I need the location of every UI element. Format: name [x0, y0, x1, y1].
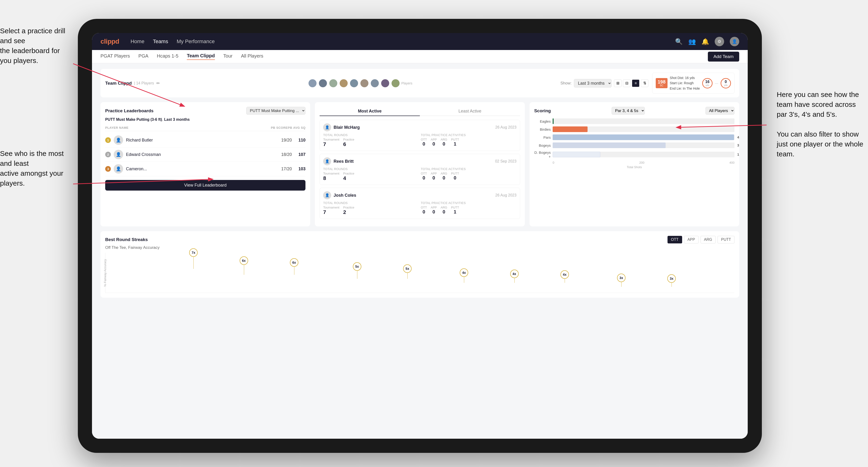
- view-full-leaderboard-button[interactable]: View Full Leaderboard: [105, 180, 305, 191]
- rounds-label-1: Total Rounds: [323, 133, 419, 137]
- pac-rounds-3: Total Rounds Tournament 7 Practice 2: [323, 201, 419, 215]
- pac-activities-3: Total Practice Activities OTT 0 APP 0: [421, 201, 517, 215]
- subnav-hcaps[interactable]: Hcaps 1-5: [157, 53, 178, 60]
- pac-stats-3: Total Rounds Tournament 7 Practice 2: [323, 201, 516, 215]
- bell-icon[interactable]: 🔔: [702, 38, 709, 45]
- rank-badge-3: 3: [105, 166, 111, 172]
- player-avatar: [318, 79, 328, 88]
- tab-least-active[interactable]: Least Active: [420, 107, 520, 116]
- team-header-panel: Team Clippd | 14 Players ✏ Players: [100, 69, 739, 97]
- search-icon[interactable]: 🔍: [675, 38, 683, 45]
- putt-1: PUTT 1: [451, 138, 459, 147]
- drill-subtitle: PUTT Must Make Putting (3-6 ft), Last 3 …: [105, 118, 305, 122]
- holes-filter[interactable]: Par 3, 4 & 5s: [612, 107, 645, 115]
- navbar-nav: Home Teams My Performance: [130, 38, 675, 44]
- bar-fill-bogeys: [553, 143, 666, 148]
- val-birdies: 96: [739, 127, 739, 131]
- edit-icon[interactable]: ✏: [156, 81, 160, 86]
- grid-sm-icon[interactable]: ⊞: [614, 80, 621, 87]
- lb-name-1: Richard Butler: [126, 138, 278, 143]
- pac-header-3: 👤 Josh Coles 26 Aug 2023: [323, 191, 516, 199]
- list-icon[interactable]: ≡: [632, 80, 640, 87]
- streaks-filters: OTT APP ARG PUTT: [668, 236, 735, 243]
- main-content: Team Clippd | 14 Players ✏ Players: [92, 63, 748, 439]
- pac-name-2: Rees Britt: [334, 159, 353, 164]
- arg-1: ARG 0: [441, 138, 447, 147]
- scoring-header: Scoring Par 3, 4 & 5s All Players: [534, 107, 735, 115]
- bar-eagles: Eagles 3: [534, 118, 735, 124]
- val-bogeys: 311: [737, 144, 739, 147]
- subnav-all-players[interactable]: All Players: [241, 53, 263, 60]
- subnav-pga[interactable]: PGA: [138, 53, 148, 60]
- lb-avg-2: 107: [299, 152, 305, 157]
- people-icon[interactable]: 👥: [688, 38, 696, 45]
- practice-stat-1: Practice 6: [343, 138, 354, 148]
- bar-wrap-birdies: 96: [553, 126, 735, 132]
- drill-select[interactable]: PUTT Must Make Putting ...: [246, 107, 305, 115]
- scoring-panel: Scoring Par 3, 4 & 5s All Players Eagles: [530, 102, 739, 226]
- activity-card-2: 👤 Rees Britt 02 Sep 2023 Total Rounds To…: [319, 154, 520, 185]
- filter-ott[interactable]: OTT: [668, 236, 682, 243]
- tab-most-active[interactable]: Most Active: [319, 107, 420, 116]
- lb-avatar-3: 👤: [114, 164, 123, 174]
- nav-performance[interactable]: My Performance: [177, 38, 215, 44]
- activities-row-2: OTT 0 APP 0 ARG 0: [421, 172, 517, 181]
- subnav-tour[interactable]: Tour: [223, 53, 232, 60]
- activities-label-3: Total Practice Activities: [421, 201, 517, 205]
- player-avatar: [370, 79, 379, 88]
- filter-app[interactable]: APP: [684, 236, 699, 243]
- streak-line-3: [294, 267, 294, 275]
- activity-card-1: 👤 Blair McHarg 26 Aug 2023 Total Rounds …: [319, 120, 520, 151]
- streak-dot-6: 4x: [460, 269, 468, 277]
- activities-row-1: OTT 0 APP 0 ARG 0: [421, 138, 517, 147]
- lb-name-3: Cameron...: [126, 166, 278, 172]
- lb-avg-1: 110: [299, 138, 305, 143]
- team-title: Team Clippd: [105, 81, 132, 86]
- show-select[interactable]: Last 3 months: [574, 79, 612, 88]
- bar-wrap-bogeys: 311: [553, 143, 735, 148]
- subnav: PGAT Players PGA Hcaps 1-5 Team Clippd T…: [92, 50, 748, 63]
- user-avatar[interactable]: 👤: [730, 37, 739, 46]
- lb-row: 1 👤 Richard Butler 19/20 110: [105, 133, 305, 148]
- player-avatar: [381, 79, 390, 88]
- grid-lg-icon[interactable]: ⊟: [623, 80, 630, 87]
- players-filter[interactable]: All Players: [706, 107, 735, 115]
- filter-putt[interactable]: PUTT: [717, 236, 735, 243]
- lb-row: 2 👤 Edward Crossman 18/20 107: [105, 148, 305, 162]
- scoring-title: Scoring: [534, 108, 551, 114]
- lb-score-3: 17/20: [281, 166, 292, 172]
- avatar[interactable]: ⚙: [715, 37, 724, 46]
- streak-dot-8: 4x: [560, 270, 569, 279]
- ott-3: OTT 0: [421, 206, 427, 215]
- rank-badge-1: 1: [105, 137, 111, 143]
- player-avatar: [349, 79, 359, 88]
- bar-wrap-dbogeys: 131: [553, 152, 735, 157]
- subnav-right: Add Team: [708, 52, 739, 62]
- streaks-title: Best Round Streaks: [105, 237, 148, 242]
- add-team-button[interactable]: Add Team: [708, 52, 739, 62]
- practice-stat-3: Practice 2: [343, 206, 354, 215]
- logo: clippd: [100, 38, 119, 45]
- lb-avg-3: 103: [299, 166, 305, 172]
- rounds-label-3: Total Rounds: [323, 201, 419, 205]
- team-controls: Show: Last 3 months ⊞ ⊟ ≡ ⇅: [560, 79, 648, 88]
- player-avatar: [360, 79, 369, 88]
- activities-label-2: Total Practice Activities: [421, 167, 517, 171]
- annotation-bottom-left: See who is the most and least active amo…: [0, 149, 73, 188]
- sort-icon[interactable]: ⇅: [641, 80, 648, 87]
- activities-label-1: Total Practice Activities: [421, 133, 517, 137]
- filter-arg[interactable]: ARG: [701, 236, 716, 243]
- nav-home[interactable]: Home: [130, 38, 144, 44]
- player-avatars: Players: [164, 79, 557, 88]
- navbar: clippd Home Teams My Performance 🔍 👥 🔔 ⚙…: [92, 33, 748, 50]
- subnav-pgat[interactable]: PGAT Players: [100, 53, 130, 60]
- activities-row-3: OTT 0 APP 0 ARG 0: [421, 206, 517, 215]
- shot-info: Shot Dist: 16 yds Start Lie: Rough End L…: [670, 75, 700, 91]
- subnav-team-clippd[interactable]: Team Clippd: [187, 53, 215, 60]
- rounds-row-1: Tournament 7 Practice 6: [323, 138, 419, 148]
- ipad-frame: clippd Home Teams My Performance 🔍 👥 🔔 ⚙…: [78, 19, 762, 453]
- annotation-top-left: Select a practice drill and see the lead…: [0, 26, 73, 66]
- nav-teams[interactable]: Teams: [153, 38, 168, 44]
- bar-fill-eagles: [553, 118, 554, 124]
- chart-x-title: Total Shots: [534, 165, 735, 169]
